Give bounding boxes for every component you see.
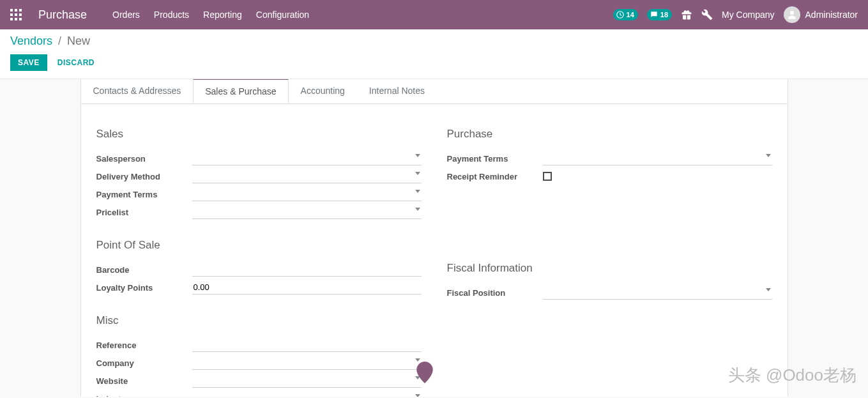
- label-fiscal-position: Fiscal Position: [447, 288, 543, 298]
- section-fiscal-title: Fiscal Information: [447, 262, 772, 275]
- tab-sales-purchase[interactable]: Sales & Purchase: [193, 79, 288, 103]
- form-scroll[interactable]: Contacts & Addresses Sales & Purchase Ac…: [0, 79, 868, 397]
- dropdown-icon[interactable]: [766, 154, 771, 157]
- section-misc-title: Misc: [96, 314, 422, 327]
- tab-accounting[interactable]: Accounting: [289, 79, 357, 103]
- input-website[interactable]: [192, 374, 422, 387]
- section-pos: Point Of Sale Barcode Loyalty Points: [96, 239, 422, 296]
- section-pos-title: Point Of Sale: [96, 239, 422, 252]
- dropdown-icon[interactable]: [415, 190, 420, 193]
- label-company: Company: [96, 358, 192, 368]
- chat-icon: [650, 10, 659, 19]
- pin-icon: [416, 362, 433, 385]
- input-fiscal-position[interactable]: [543, 286, 772, 299]
- discard-button[interactable]: DISCARD: [57, 58, 95, 67]
- activities-count: 14: [627, 11, 634, 19]
- label-reference: Reference: [96, 341, 192, 350]
- label-barcode: Barcode: [96, 265, 192, 275]
- form-sheet: Contacts & Addresses Sales & Purchase Ac…: [80, 79, 788, 397]
- label-salesperson: Salesperson: [96, 154, 192, 164]
- menu-configuration[interactable]: Configuration: [256, 10, 309, 20]
- dropdown-icon[interactable]: [415, 172, 420, 175]
- menu-reporting[interactable]: Reporting: [203, 10, 242, 20]
- app-title[interactable]: Purchase: [38, 8, 87, 22]
- section-misc: Misc Reference Company Website Industry: [96, 314, 422, 397]
- control-panel: Vendors / New SAVE DISCARD: [0, 29, 868, 79]
- breadcrumb-current: New: [67, 34, 90, 47]
- input-barcode[interactable]: [192, 263, 422, 277]
- notebook-tabs: Contacts & Addresses Sales & Purchase Ac…: [81, 79, 788, 104]
- messages-button[interactable]: 18: [647, 9, 672, 20]
- input-company[interactable]: [192, 356, 422, 369]
- company-selector[interactable]: My Company: [722, 10, 774, 20]
- top-menu: Orders Products Reporting Configuration: [112, 10, 309, 20]
- section-fiscal: Fiscal Information Fiscal Position: [447, 262, 772, 302]
- dropdown-icon[interactable]: [766, 288, 771, 291]
- input-industry[interactable]: [192, 392, 422, 397]
- topbar: Purchase Orders Products Reporting Confi…: [0, 0, 868, 29]
- label-pricelist: Pricelist: [96, 208, 192, 217]
- checkbox-receipt-reminder[interactable]: [543, 172, 552, 181]
- messages-count: 18: [660, 11, 668, 19]
- dropdown-icon[interactable]: [415, 394, 420, 397]
- label-loyalty-points: Loyalty Points: [96, 283, 192, 293]
- input-salesperson[interactable]: [192, 151, 422, 165]
- dropdown-icon[interactable]: [415, 154, 420, 157]
- save-button[interactable]: SAVE: [10, 54, 47, 71]
- section-purchase-title: Purchase: [447, 128, 772, 141]
- input-delivery-method[interactable]: [192, 169, 422, 183]
- user-menu[interactable]: Administrator: [784, 6, 858, 23]
- svg-point-1: [790, 11, 794, 15]
- section-sales-title: Sales: [96, 128, 422, 141]
- tab-internal-notes[interactable]: Internal Notes: [357, 79, 437, 103]
- input-loyalty-points[interactable]: [192, 280, 422, 295]
- breadcrumb: Vendors / New: [10, 34, 858, 48]
- tab-contacts[interactable]: Contacts & Addresses: [81, 79, 194, 103]
- label-payment-terms-purchase: Payment Terms: [447, 154, 543, 164]
- label-payment-terms-sales: Payment Terms: [96, 190, 192, 199]
- apps-icon[interactable]: [10, 9, 22, 20]
- section-purchase: Purchase Payment Terms Receipt Reminder: [447, 128, 772, 185]
- label-delivery-method: Delivery Method: [96, 172, 192, 181]
- avatar-icon: [784, 6, 800, 23]
- label-website: Website: [96, 376, 192, 386]
- breadcrumb-vendors[interactable]: Vendors: [10, 34, 52, 47]
- input-payment-terms-sales[interactable]: [192, 187, 422, 201]
- breadcrumb-sep: /: [58, 34, 61, 47]
- menu-products[interactable]: Products: [154, 10, 189, 20]
- label-receipt-reminder: Receipt Reminder: [447, 172, 543, 181]
- label-industry: Industry: [96, 394, 192, 397]
- user-name: Administrator: [805, 10, 858, 20]
- activities-button[interactable]: 14: [613, 9, 638, 20]
- input-pricelist[interactable]: [192, 205, 422, 218]
- dropdown-icon[interactable]: [415, 208, 420, 211]
- tools-icon[interactable]: [701, 9, 713, 20]
- input-reference[interactable]: [192, 338, 422, 352]
- clock-icon: [616, 10, 625, 19]
- input-payment-terms-purchase[interactable]: [543, 151, 772, 165]
- section-sales: Sales Salesperson Delivery Method Paymen…: [96, 128, 422, 221]
- gift-icon[interactable]: [681, 9, 692, 20]
- menu-orders[interactable]: Orders: [112, 10, 140, 20]
